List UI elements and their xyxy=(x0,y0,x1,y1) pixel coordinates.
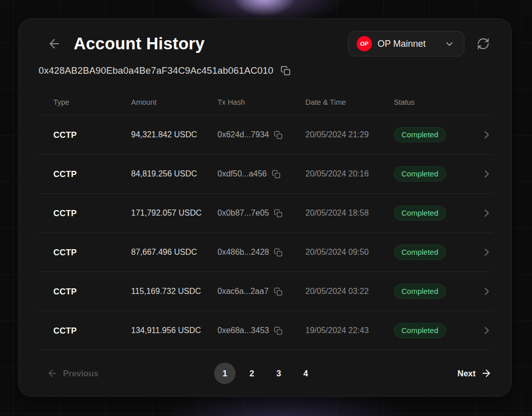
chevron-right-icon xyxy=(481,207,493,219)
pagination: Previous 1 2 3 4 Next xyxy=(39,361,492,386)
tx-amount: 134,911.956 USDC xyxy=(131,326,217,335)
status-badge: Completed xyxy=(394,205,446,221)
row-details-button[interactable] xyxy=(473,207,493,219)
tx-type: CCTP xyxy=(53,209,131,218)
tx-amount: 87,667.496 USDC xyxy=(131,248,217,257)
table-row[interactable]: CCTP 171,792.057 USDC 0x0b87...7e05 20/0… xyxy=(39,194,493,233)
row-details-button[interactable] xyxy=(473,324,493,337)
column-header-txhash: Tx Hash xyxy=(217,98,305,106)
copy-txhash-button[interactable] xyxy=(273,130,283,140)
status-badge: Completed xyxy=(394,323,446,338)
copy-icon xyxy=(274,209,283,218)
chevron-down-icon xyxy=(444,39,455,49)
copy-icon xyxy=(280,66,291,76)
page-button-1[interactable]: 1 xyxy=(214,363,236,384)
tx-hash: 0x0b87...7e05 xyxy=(217,209,269,218)
table-row[interactable]: CCTP 94,321.842 USDC 0x624d...7934 20/05… xyxy=(39,115,493,155)
table-header-row: Type Amount Tx Hash Date & Time Status xyxy=(39,90,493,115)
next-page-button[interactable]: Next xyxy=(457,368,492,379)
page-number-list: 1 2 3 4 xyxy=(214,363,317,384)
status-badge: Completed xyxy=(394,284,446,299)
copy-icon xyxy=(274,131,283,139)
status-badge: Completed xyxy=(394,166,446,182)
row-details-button[interactable] xyxy=(473,168,493,180)
tx-datetime: 20/05/2024 18:58 xyxy=(305,209,394,218)
copy-txhash-button[interactable] xyxy=(273,326,283,336)
column-header-status: Status xyxy=(394,98,473,106)
chevron-right-icon xyxy=(481,129,493,141)
chevron-right-icon xyxy=(481,324,493,337)
arrow-left-icon xyxy=(47,37,61,51)
tx-amount: 84,819.256 USDC xyxy=(131,169,217,179)
tx-datetime: 20/05/2024 20:16 xyxy=(305,169,394,179)
copy-txhash-button[interactable] xyxy=(273,248,283,257)
tx-hash: 0x486b...2428 xyxy=(217,248,269,257)
status-badge: Completed xyxy=(394,127,446,142)
table-row[interactable]: CCTP 115,169.732 USDC 0xac6a...2aa7 20/0… xyxy=(39,272,493,311)
tx-hash: 0xe68a...3453 xyxy=(217,326,269,335)
tx-datetime: 20/05/2024 03:22 xyxy=(305,287,394,296)
chevron-right-icon xyxy=(481,168,493,180)
tx-type: CCTP xyxy=(53,130,131,140)
page-button-4[interactable]: 4 xyxy=(295,363,317,384)
tx-datetime: 19/05/2024 22:43 xyxy=(305,326,394,335)
copy-txhash-button[interactable] xyxy=(273,287,283,296)
table-row[interactable]: CCTP 84,819.256 USDC 0xdf50...a456 20/05… xyxy=(39,155,493,194)
copy-icon xyxy=(274,326,283,335)
transactions-table: Type Amount Tx Hash Date & Time Status C… xyxy=(39,90,493,350)
chevron-right-icon xyxy=(481,285,493,298)
refresh-icon xyxy=(477,37,490,50)
tx-datetime: 20/05/2024 21:29 xyxy=(305,130,394,139)
column-header-datetime: Date & Time xyxy=(305,98,394,106)
row-details-button[interactable] xyxy=(473,246,493,258)
page-title: Account History xyxy=(74,34,205,53)
previous-label: Previous xyxy=(63,369,99,378)
account-address: 0x428AB2BA90Eba0a4Be7aF34C9Ac451ab061AC0… xyxy=(39,65,273,76)
tx-type: CCTP xyxy=(53,326,131,336)
next-label: Next xyxy=(457,369,476,378)
column-header-amount: Amount xyxy=(131,98,217,106)
copy-icon xyxy=(274,287,283,296)
previous-page-button[interactable]: Previous xyxy=(39,368,99,379)
table-row[interactable]: CCTP 134,911.956 USDC 0xe68a...3453 19/0… xyxy=(39,311,493,350)
copy-txhash-button[interactable] xyxy=(273,209,283,218)
back-button[interactable] xyxy=(45,35,64,53)
tx-amount: 115,169.732 USDC xyxy=(131,287,217,296)
copy-icon xyxy=(272,170,280,179)
copy-icon xyxy=(274,248,283,257)
column-header-type: Type xyxy=(53,98,131,106)
row-details-button[interactable] xyxy=(473,285,493,298)
refresh-button[interactable] xyxy=(476,36,491,51)
tx-hash: 0xac6a...2aa7 xyxy=(217,287,269,296)
arrow-left-icon xyxy=(47,368,58,379)
row-details-button[interactable] xyxy=(473,129,493,141)
tx-datetime: 20/05/2024 09:50 xyxy=(305,248,394,257)
copy-txhash-button[interactable] xyxy=(271,169,281,179)
page-button-3[interactable]: 3 xyxy=(268,363,290,384)
copy-address-button[interactable] xyxy=(279,65,292,77)
chevron-right-icon xyxy=(481,246,493,258)
account-history-card: Account History OP OP Mainnet 0x428AB2BA… xyxy=(18,18,512,397)
tx-amount: 94,321.842 USDC xyxy=(131,130,217,139)
network-selector-label: OP Mainnet xyxy=(378,39,426,49)
tx-type: CCTP xyxy=(53,169,131,179)
tx-amount: 171,792.057 USDC xyxy=(131,209,217,218)
table-row[interactable]: CCTP 87,667.496 USDC 0x486b...2428 20/05… xyxy=(39,233,493,272)
arrow-right-icon xyxy=(481,368,492,379)
header-actions: OP OP Mainnet xyxy=(348,31,491,56)
card-header: Account History OP OP Mainnet xyxy=(45,31,491,56)
account-address-row: 0x428AB2BA90Eba0a4Be7aF34C9Ac451ab061AC0… xyxy=(39,65,292,77)
network-selector[interactable]: OP OP Mainnet xyxy=(348,31,464,56)
tx-type: CCTP xyxy=(53,248,131,257)
op-network-logo: OP xyxy=(357,36,372,51)
tx-hash: 0xdf50...a456 xyxy=(217,169,267,179)
tx-type: CCTP xyxy=(53,287,131,296)
page-button-2[interactable]: 2 xyxy=(241,363,263,384)
status-badge: Completed xyxy=(394,245,446,260)
tx-hash: 0x624d...7934 xyxy=(217,130,269,139)
